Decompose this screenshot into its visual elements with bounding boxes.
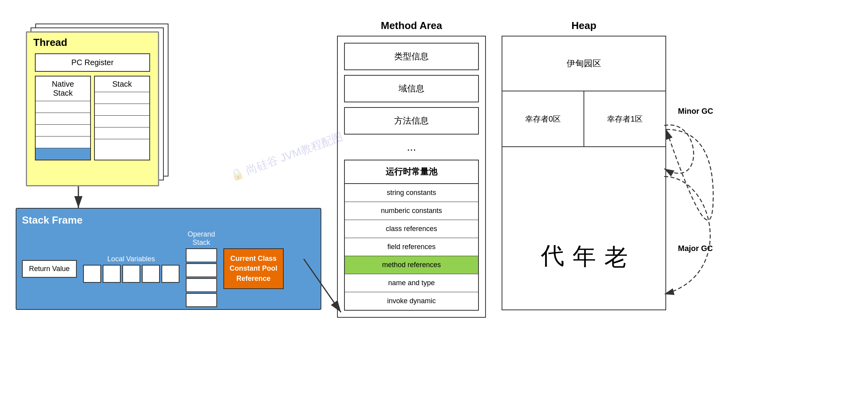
runtime-pool-title: 运行时常量池 [345, 160, 478, 184]
ma-item-field: 域信息 [344, 75, 479, 102]
os-cell-2 [186, 263, 217, 277]
eden-area: 伊甸园区 [502, 36, 665, 91]
survivor0-label: 幸存者0区 [525, 114, 561, 124]
operand-stack-cells [186, 248, 217, 307]
method-area-section: Method Area 类型信息 域信息 方法信息 ... 运行时常量池 str… [337, 20, 486, 318]
local-vars-section: Local Variables [83, 255, 179, 283]
return-value-box: Return Value [22, 260, 77, 278]
diagram-container: Thread PC Register NativeStack Stack [0, 0, 868, 395]
pool-item-class-references: class references [345, 220, 478, 238]
thread-title: Thread [27, 33, 158, 51]
pc-register-box: PC Register [35, 53, 150, 72]
os-cell-1 [186, 248, 217, 262]
native-row-blue [36, 148, 90, 160]
minor-gc-dashed [664, 125, 694, 173]
native-row-1 [36, 101, 90, 113]
watermark: 🔒 尚硅谷 JVM教程配图 [228, 129, 345, 184]
old-gen: 老年代 [502, 147, 665, 309]
pool-item-field-references: field references [345, 238, 478, 256]
native-stack-rows [36, 101, 90, 160]
stack-frame-box: Stack Frame Return Value Local Variables… [16, 208, 321, 310]
pool-item-method-references: method references [345, 256, 478, 274]
ma-item-method: 方法信息 [344, 107, 479, 135]
lv-cell-2 [103, 265, 121, 283]
eden-label: 伊甸园区 [567, 58, 601, 69]
lv-cell-5 [161, 265, 179, 283]
survivor1-label: 幸存者1区 [607, 114, 643, 124]
ma-item-type: 类型信息 [344, 43, 479, 70]
lv-cell-3 [122, 265, 140, 283]
major-gc-dashed [664, 177, 710, 294]
native-row-2 [36, 113, 90, 124]
native-row-4 [36, 136, 90, 148]
heap-title: Heap [502, 20, 666, 32]
old-gen-text: 老年代 [536, 226, 632, 230]
thread-box: Thread PC Register NativeStack Stack [26, 31, 159, 186]
operand-stack-section: OperandStack [186, 230, 217, 307]
ma-dots: ... [344, 139, 479, 155]
survivor-area: 幸存者0区 幸存者1区 [502, 91, 665, 146]
runtime-pool-box: 运行时常量池 string constants numberic constan… [344, 160, 479, 311]
pool-item-numeric-constants: numberic constants [345, 202, 478, 220]
native-stack-area: NativeStack Stack [35, 76, 150, 160]
survivor1: 幸存者1区 [584, 91, 665, 146]
stack-row-2 [95, 104, 149, 115]
stack-row-1 [95, 92, 149, 104]
os-cell-4 [186, 293, 217, 307]
current-class-box: Current ClassConstant PoolReference [223, 248, 284, 289]
major-gc-label: Major GC [678, 243, 713, 253]
method-area-box: 类型信息 域信息 方法信息 ... 运行时常量池 string constant… [337, 36, 486, 318]
survivor0: 幸存者0区 [502, 91, 584, 146]
stack-box: Stack [94, 76, 150, 160]
pool-item-string-constants: string constants [345, 184, 478, 202]
stack-label: Stack [95, 76, 149, 92]
local-vars-label: Local Variables [107, 255, 155, 263]
os-cell-3 [186, 278, 217, 292]
stack-frame-content: Return Value Local Variables OperandStac… [22, 230, 315, 307]
native-stack-label: NativeStack [36, 76, 90, 101]
stack-rows [95, 92, 149, 151]
local-vars-cells [83, 265, 179, 283]
heap-box: 伊甸园区 幸存者0区 幸存者1区 老年代 [502, 36, 666, 310]
thread-papers: Thread PC Register NativeStack Stack [24, 24, 172, 188]
native-stack-box: NativeStack [35, 76, 91, 160]
native-row-3 [36, 124, 90, 136]
pool-item-invoke-dynamic: invoke dynamic [345, 292, 478, 310]
stack-frame-title: Stack Frame [22, 214, 315, 226]
lv-cell-1 [83, 265, 101, 283]
stack-row-5 [95, 139, 149, 151]
young-gen: 伊甸园区 幸存者0区 幸存者1区 [502, 36, 665, 147]
heap-section: Heap 伊甸园区 幸存者0区 幸存者1区 老年代 [502, 20, 666, 310]
minor-gc-arc [666, 129, 713, 220]
pool-item-name-and-type: name and type [345, 274, 478, 292]
lv-cell-4 [142, 265, 160, 283]
stack-row-3 [95, 115, 149, 127]
minor-gc-label: Minor GC [678, 106, 713, 116]
method-area-title: Method Area [337, 20, 486, 32]
operand-stack-label: OperandStack [188, 230, 215, 247]
stack-row-4 [95, 127, 149, 139]
